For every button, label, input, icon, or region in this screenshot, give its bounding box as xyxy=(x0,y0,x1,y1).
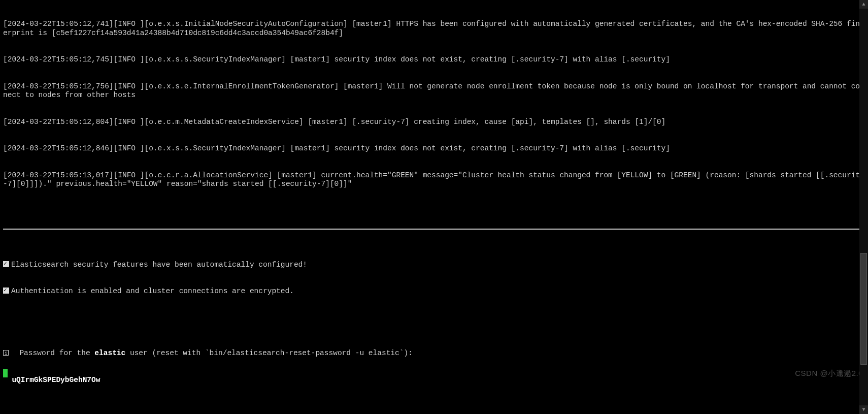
info-icon xyxy=(3,350,9,356)
scroll-thumb[interactable] xyxy=(860,253,867,365)
scroll-up-arrow[interactable]: ▲ xyxy=(859,0,868,9)
log-line: [2024-03-22T15:05:12,804][INFO ][o.e.c.m… xyxy=(3,118,865,127)
vertical-scrollbar[interactable]: ▲ ▼ xyxy=(859,0,868,414)
security-banner-line: Elasticsearch security features have bee… xyxy=(3,261,865,270)
log-line: [2024-03-22T15:05:12,756][INFO ][o.e.x.s… xyxy=(3,82,865,100)
check-icon xyxy=(3,261,9,267)
elastic-password: uQIrmGkSPEDybGehN7Ow xyxy=(3,376,865,385)
scroll-track[interactable] xyxy=(859,9,868,405)
log-line: [2024-03-22T15:05:13,017][INFO ][o.e.c.r… xyxy=(3,171,865,189)
terminal-output[interactable]: [2024-03-22T15:05:12,741][INFO ][o.e.x.s… xyxy=(0,0,868,414)
check-icon xyxy=(3,288,9,294)
password-section: Password for the elastic user (reset wit… xyxy=(3,331,865,402)
section-divider xyxy=(3,229,865,230)
security-banner-line: Authentication is enabled and cluster co… xyxy=(3,287,865,296)
watermark: CSDN @小邋遢2.0 xyxy=(795,369,863,378)
scroll-down-arrow[interactable]: ▼ xyxy=(859,405,868,414)
log-line: [2024-03-22T15:05:12,745][INFO ][o.e.x.s… xyxy=(3,55,865,65)
log-line: [2024-03-22T15:05:12,741][INFO ][o.e.x.s… xyxy=(3,20,865,38)
terminal-cursor xyxy=(3,369,8,377)
log-line: [2024-03-22T15:05:12,846][INFO ][o.e.x.s… xyxy=(3,144,865,153)
